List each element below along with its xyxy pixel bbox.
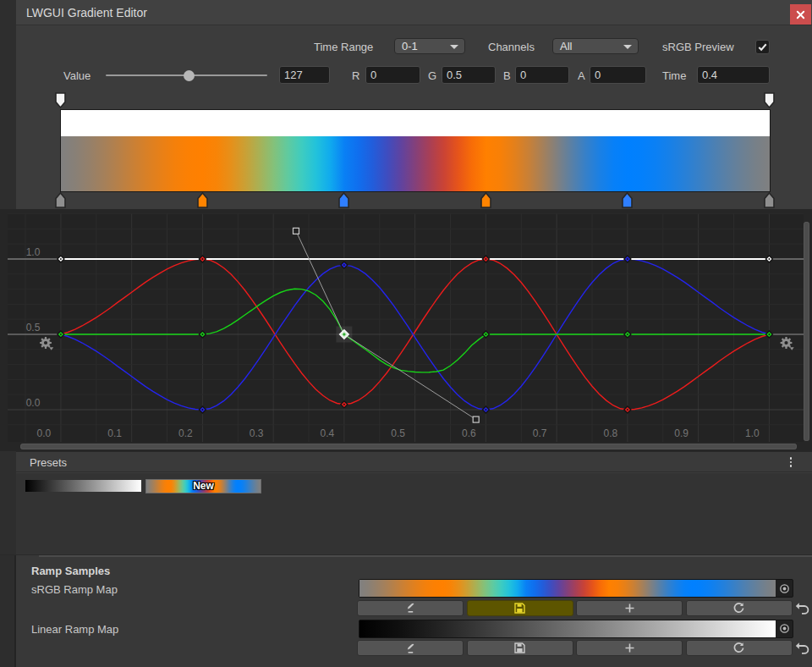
- srgb-edit-button[interactable]: [357, 600, 464, 616]
- linear-ramp-field[interactable]: [359, 620, 793, 638]
- a-field-text: 0: [595, 69, 601, 81]
- srgb-revert-button[interactable]: [793, 600, 810, 616]
- presets-title: Presets: [30, 456, 67, 469]
- save-icon: [514, 603, 525, 614]
- time-field-text: 0.4: [702, 69, 717, 81]
- title-bar: LWGUI Gradient Editor: [16, 0, 812, 25]
- color-marker[interactable]: [480, 192, 491, 208]
- tangent-handle[interactable]: [473, 416, 479, 422]
- r-field[interactable]: 0: [365, 66, 420, 84]
- picker-icon: [779, 623, 790, 634]
- time-range-dropdown[interactable]: 0-1: [394, 38, 465, 54]
- kebab-menu-icon[interactable]: [785, 455, 797, 469]
- inspector-left-gutter: [0, 555, 16, 667]
- presets-header: Presets: [0, 451, 812, 472]
- ramp-samples-section: Ramp Samples sRGB Ramp Map Linear Ramp M…: [0, 554, 812, 667]
- ramp-samples-title: Ramp Samples: [31, 565, 110, 577]
- curve-canvas[interactable]: 0.00.10.20.30.40.50.60.70.80.91.01.00.50…: [0, 209, 812, 451]
- channels-dropdown[interactable]: All: [552, 38, 639, 54]
- linear-revert-button[interactable]: [793, 640, 810, 656]
- preset-item-new[interactable]: New: [145, 479, 261, 493]
- linear-save-button[interactable]: [467, 640, 573, 656]
- color-marker[interactable]: [197, 192, 208, 208]
- grid: [8, 213, 804, 442]
- x-tick-label: 0.7: [533, 427, 547, 439]
- srgb-add-button[interactable]: [576, 600, 683, 616]
- g-field[interactable]: 0.5: [442, 66, 496, 84]
- chevron-down-icon: [623, 45, 632, 49]
- linear-refresh-button[interactable]: [686, 640, 793, 656]
- color-marker[interactable]: [622, 192, 633, 208]
- b-field-text: 0: [520, 69, 526, 81]
- gear-icon[interactable]: [781, 337, 794, 350]
- add-icon: [624, 603, 635, 614]
- x-tick-label: 0.9: [674, 427, 689, 439]
- x-tick-label: 0.6: [462, 427, 476, 439]
- alpha-marker[interactable]: [764, 92, 775, 108]
- tangent-handle[interactable]: [294, 228, 299, 234]
- linear-ramp-texture: [359, 620, 776, 637]
- channels-label: Channels: [488, 41, 535, 53]
- color-marker[interactable]: [55, 192, 66, 208]
- gear-icon[interactable]: [40, 337, 53, 350]
- gradient-preview-bar[interactable]: [61, 136, 770, 191]
- undo-icon: [795, 642, 809, 654]
- value-field-text: 127: [284, 69, 303, 81]
- preset-item-blackwhite[interactable]: [25, 480, 141, 492]
- x-tick-label: 0.3: [250, 427, 264, 439]
- srgb-preview-checkbox[interactable]: [755, 40, 770, 54]
- vertical-scrollbar[interactable]: [804, 222, 809, 441]
- a-field[interactable]: 0: [590, 66, 646, 84]
- close-button[interactable]: [790, 4, 811, 25]
- y-tick-label: 0.5: [26, 322, 41, 334]
- linear-edit-button[interactable]: [357, 640, 464, 656]
- x-tick-label: 0.2: [178, 427, 193, 439]
- refresh-icon: [732, 602, 745, 615]
- y-tick-label: 0.0: [26, 397, 41, 409]
- presets-body: New: [0, 473, 812, 554]
- channels-value: All: [560, 40, 572, 52]
- checkmark-icon: [757, 41, 768, 52]
- linear-ramp-label: Linear Ramp Map: [31, 623, 118, 636]
- preset-new-label: New: [193, 480, 214, 492]
- x-tick-label: 0.1: [107, 427, 122, 439]
- save-icon: [514, 642, 525, 653]
- value-slider-thumb[interactable]: [184, 70, 195, 81]
- refresh-icon: [732, 642, 745, 654]
- tangent-line: [344, 334, 476, 420]
- edit-icon: [404, 602, 416, 614]
- r-label: R: [352, 69, 359, 82]
- color-marker[interactable]: [338, 192, 349, 208]
- chevron-down-icon: [450, 45, 458, 49]
- value-label: Value: [63, 69, 91, 82]
- presets-left-gutter: [0, 451, 16, 554]
- object-picker-button[interactable]: [776, 620, 793, 637]
- srgb-ramp-field[interactable]: [359, 579, 793, 598]
- close-icon: [796, 10, 805, 19]
- g-field-text: 0.5: [447, 69, 462, 81]
- time-range-value: 0-1: [402, 40, 418, 52]
- alpha-marker[interactable]: [55, 92, 66, 108]
- edit-icon: [404, 642, 416, 654]
- picker-icon: [779, 583, 790, 594]
- object-picker-button[interactable]: [776, 580, 793, 597]
- r-field-text: 0: [370, 69, 376, 81]
- b-field[interactable]: 0: [515, 66, 569, 84]
- srgb-save-button[interactable]: [467, 600, 573, 616]
- color-marker[interactable]: [764, 192, 775, 208]
- srgb-ramp-texture: [359, 580, 776, 597]
- gradient-preview: [60, 109, 771, 192]
- separator-highlight: [39, 555, 812, 557]
- undo-icon: [795, 602, 809, 615]
- srgb-refresh-button[interactable]: [686, 600, 793, 616]
- x-tick-label: 0.5: [391, 427, 405, 439]
- x-tick-label: 1.0: [745, 427, 760, 439]
- value-field[interactable]: 127: [279, 66, 330, 84]
- tangent-line: [296, 231, 344, 334]
- linear-add-button[interactable]: [576, 640, 683, 656]
- time-field[interactable]: 0.4: [697, 66, 770, 84]
- alpha-preview-bar[interactable]: [61, 110, 770, 136]
- x-tick-label: 0.8: [604, 427, 618, 439]
- window-left-gutter: [0, 0, 16, 209]
- horizontal-scrollbar[interactable]: [20, 444, 797, 449]
